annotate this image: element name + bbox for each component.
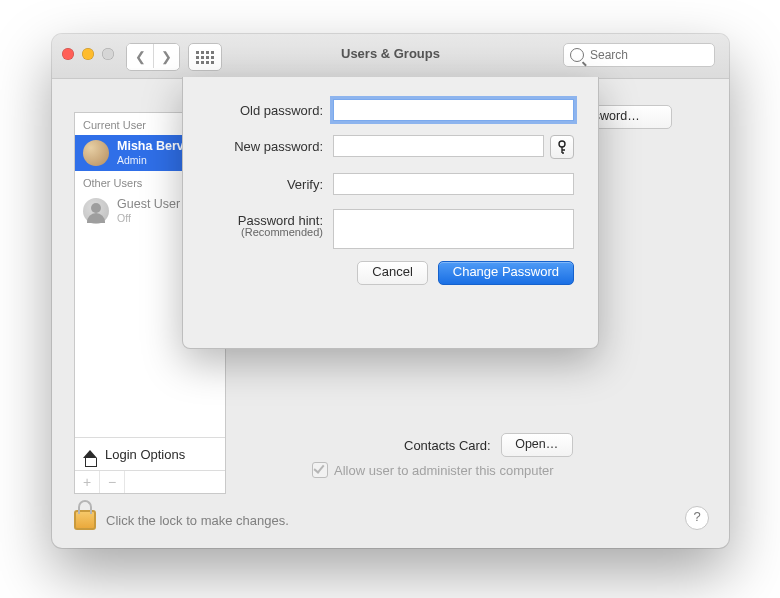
back-button[interactable]: ❮	[127, 44, 153, 68]
avatar	[83, 140, 109, 166]
show-all-button[interactable]	[188, 43, 222, 71]
login-options-row[interactable]: Login Options	[75, 437, 225, 470]
admin-checkbox[interactable]	[312, 462, 328, 478]
change-password-submit-button[interactable]: Change Password	[438, 261, 574, 285]
close-window-button[interactable]	[62, 48, 74, 60]
remove-user-button[interactable]: −	[100, 471, 125, 493]
sidebar-item-subtitle: Admin	[117, 154, 191, 166]
add-user-button[interactable]: +	[75, 471, 100, 493]
new-password-label: New password:	[207, 135, 333, 154]
search-input[interactable]	[588, 47, 708, 63]
users-and-groups-window: ❮ ❯ Users & Groups Password…	[52, 34, 729, 548]
admin-checkbox-label: Allow user to administer this computer	[334, 463, 554, 478]
verify-label: Verify:	[207, 173, 333, 192]
search-icon	[570, 48, 584, 62]
forward-button[interactable]: ❯	[153, 44, 179, 68]
add-remove-user: + −	[75, 470, 225, 493]
sidebar-item-subtitle: Off	[117, 212, 180, 224]
change-password-sheet: Old password: New password: Verify:	[182, 77, 599, 349]
admin-checkbox-row: Allow user to administer this computer	[312, 462, 554, 478]
old-password-label: Old password:	[207, 99, 333, 118]
svg-point-0	[559, 141, 565, 147]
toolbar: ❮ ❯ Users & Groups	[52, 34, 729, 79]
chevron-left-icon: ❮	[135, 49, 146, 64]
key-icon	[556, 140, 568, 154]
help-button[interactable]: ?	[685, 506, 709, 530]
minimize-window-button[interactable]	[82, 48, 94, 60]
back-forward-segment: ❮ ❯	[126, 43, 180, 71]
maximize-window-button[interactable]	[102, 48, 114, 60]
sidebar-item-name: Guest User	[117, 198, 180, 212]
lock-text: Click the lock to make changes.	[106, 513, 289, 528]
new-password-field[interactable]	[333, 135, 544, 157]
chevron-right-icon: ❯	[161, 49, 172, 64]
body: Password… Contacts Card: Open… Allow use…	[52, 78, 729, 548]
cancel-button[interactable]: Cancel	[357, 261, 427, 285]
home-icon	[83, 450, 97, 458]
contacts-card-row: Contacts Card: Open…	[404, 433, 573, 457]
login-options-label: Login Options	[105, 447, 185, 462]
open-contacts-button[interactable]: Open…	[501, 433, 573, 457]
avatar	[83, 198, 109, 224]
contacts-card-label: Contacts Card:	[404, 438, 491, 453]
grid-icon	[196, 51, 214, 64]
lock-icon[interactable]	[74, 510, 96, 530]
lock-row: Click the lock to make changes.	[74, 510, 289, 530]
traffic-lights	[62, 48, 114, 60]
search-field[interactable]	[563, 43, 715, 67]
password-hint-field[interactable]	[333, 209, 574, 249]
sidebar-item-name: Misha Berve	[117, 140, 191, 154]
toolbar-nav: ❮ ❯	[126, 43, 222, 71]
password-assistant-button[interactable]	[550, 135, 574, 159]
verify-password-field[interactable]	[333, 173, 574, 195]
old-password-field[interactable]	[333, 99, 574, 121]
hint-sublabel: (Recommended)	[207, 226, 333, 238]
